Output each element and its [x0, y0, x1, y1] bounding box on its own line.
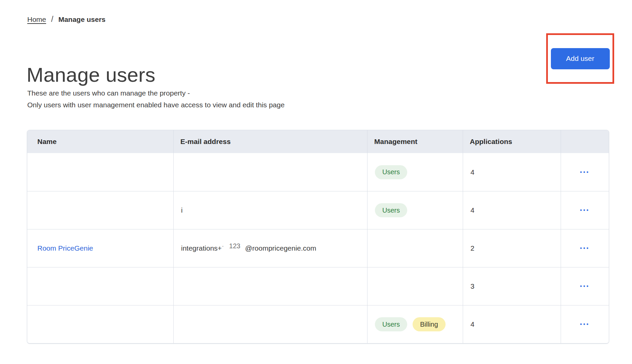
- email-segment: @roompricegenie.com: [245, 244, 316, 252]
- cell-email: [173, 153, 367, 191]
- cell-management: Users: [367, 153, 463, 191]
- cell-email: [173, 305, 367, 343]
- row-menu-ellipsis-icon[interactable]: •••: [577, 318, 593, 331]
- cell-actions: •••: [561, 305, 609, 343]
- cell-applications: 3: [463, 267, 561, 305]
- column-header-applications: Applications: [463, 130, 561, 153]
- cell-name: [27, 267, 173, 305]
- table-row: Room PriceGenie integrations+·123@roompr…: [27, 229, 609, 267]
- cell-name: [27, 153, 173, 191]
- column-header-email: E-mail address: [173, 130, 367, 153]
- row-menu-ellipsis-icon[interactable]: •••: [577, 242, 593, 255]
- row-menu-ellipsis-icon[interactable]: •••: [577, 166, 593, 179]
- cell-applications: 4: [463, 191, 561, 229]
- page-description: These are the users who can manage the p…: [27, 87, 285, 111]
- cell-name: [27, 191, 173, 229]
- annotation-highlight-box: Add user: [546, 33, 614, 84]
- cell-email: [173, 267, 367, 305]
- cell-applications: 4: [463, 153, 561, 191]
- cell-actions: •••: [561, 153, 609, 191]
- applications-count: 2: [470, 244, 475, 252]
- cell-name: Room PriceGenie: [27, 229, 173, 267]
- cell-applications: 4: [463, 305, 561, 343]
- user-name-link[interactable]: Room PriceGenie: [37, 244, 93, 252]
- cell-management: Users: [367, 191, 463, 229]
- applications-count: 4: [470, 168, 475, 176]
- breadcrumb-home-link[interactable]: Home: [27, 15, 46, 24]
- users-table: Name E-mail address Management Applicati…: [27, 130, 609, 343]
- cell-applications: 2: [463, 229, 561, 267]
- breadcrumb-separator: /: [51, 15, 53, 24]
- management-badge-users: Users: [375, 165, 407, 179]
- cell-actions: •••: [561, 191, 609, 229]
- email-segment: i: [181, 206, 183, 214]
- management-badge-users: Users: [375, 317, 407, 331]
- email-segment: integrations+: [181, 244, 222, 252]
- applications-count: 4: [470, 206, 475, 214]
- cell-name: [27, 305, 173, 343]
- applications-count: 3: [470, 282, 475, 290]
- row-menu-ellipsis-icon[interactable]: •••: [577, 204, 593, 217]
- applications-count: 4: [470, 320, 475, 328]
- table-row: i Users 4 •••: [27, 191, 609, 229]
- table-row: 3 •••: [27, 267, 609, 305]
- cell-management: [367, 267, 463, 305]
- management-badge-users: Users: [375, 203, 407, 217]
- table-header-row: Name E-mail address Management Applicati…: [27, 130, 609, 153]
- add-user-button[interactable]: Add user: [551, 48, 610, 69]
- management-badge-billing: Billing: [413, 317, 445, 331]
- description-line-2: Only users with user management enabled …: [27, 99, 285, 111]
- description-line-1: These are the users who can manage the p…: [27, 87, 285, 99]
- cell-management: [367, 229, 463, 267]
- column-header-name: Name: [27, 130, 173, 153]
- breadcrumb: Home / Manage users: [27, 15, 105, 24]
- column-header-management: Management: [367, 130, 463, 153]
- table-body: Users 4 ••• i Users 4 ••• Room PriceGeni…: [27, 153, 609, 343]
- cell-actions: •••: [561, 229, 609, 267]
- email-segment: ·: [222, 243, 224, 249]
- cell-actions: •••: [561, 267, 609, 305]
- breadcrumb-current: Manage users: [58, 15, 105, 24]
- email-segment: 123: [229, 242, 240, 250]
- table-row: Users 4 •••: [27, 153, 609, 191]
- column-header-actions: [561, 130, 609, 153]
- cell-email: i: [173, 191, 367, 229]
- cell-management: UsersBilling: [367, 305, 463, 343]
- table-row: UsersBilling 4 •••: [27, 305, 609, 343]
- page-title: Manage users: [27, 64, 155, 86]
- row-menu-ellipsis-icon[interactable]: •••: [577, 280, 593, 293]
- cell-email: integrations+·123@roompricegenie.com: [173, 229, 367, 267]
